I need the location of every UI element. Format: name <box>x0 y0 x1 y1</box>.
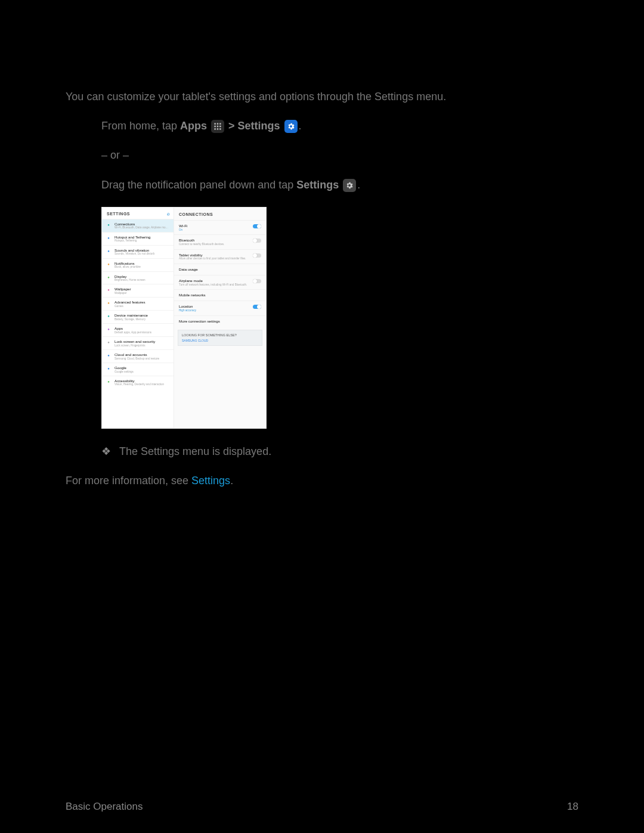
item-title: Tablet visibility <box>179 253 250 258</box>
item-subtitle: Samsung Cloud, Backup and restore <box>114 357 159 361</box>
item-subtitle: Lock screen, Fingerprints <box>114 344 155 348</box>
page-number: 18 <box>567 801 578 813</box>
search-icon: ⌕ <box>167 211 171 216</box>
item-title: Wi-Fi <box>179 224 250 228</box>
item-title: Device maintenance <box>114 313 148 317</box>
connections-item: Data usage <box>174 264 266 275</box>
item-title: Display <box>114 274 145 278</box>
more-post: . <box>230 475 233 487</box>
looking-for-label: LOOKING FOR SOMETHING ELSE? <box>182 333 258 337</box>
more-pre: For more information, see <box>66 475 191 487</box>
settings-left-item: ●WallpaperWallpaper <box>102 284 174 297</box>
step1-post: . <box>299 120 302 132</box>
item-title: Location <box>179 304 250 309</box>
item-subtitle: Battery, Storage, Memory <box>114 318 148 321</box>
connections-item: Tablet visibilityAllow other devices to … <box>174 249 266 264</box>
item-subtitle: Block, allow, prioritize <box>114 265 141 269</box>
item-title: Cloud and accounts <box>114 352 159 357</box>
bullet-icon: ❖ <box>101 444 111 459</box>
connections-item: BluetoothConnect to nearby Bluetooth dev… <box>174 234 266 249</box>
item-sub: Turn off network features, including Wi-… <box>179 283 250 287</box>
samsung-cloud-link: SAMSUNG CLOUD <box>182 339 258 342</box>
item-title: Lock screen and security <box>114 339 155 343</box>
item-icon: ● <box>106 339 112 345</box>
connections-list: Wi-FiOnBluetoothConnect to nearby Blueto… <box>174 220 266 327</box>
settings-left-item: ●Cloud and accountsSamsung Cloud, Backup… <box>102 349 174 363</box>
item-subtitle: Brightness, Home screen <box>114 278 145 282</box>
item-subtitle: Sounds, Vibration, Do not disturb <box>114 252 154 256</box>
svg-point-7 <box>217 128 219 130</box>
item-icon: ● <box>106 261 112 267</box>
item-icon: ● <box>106 300 112 306</box>
item-title: Advanced features <box>114 300 145 304</box>
connections-item: LocationHigh accuracy <box>174 301 266 315</box>
step2-pre: Drag the notification panel down and tap <box>101 179 296 191</box>
connections-item: Airplane modeTurn off network features, … <box>174 275 266 289</box>
settings-left-item: ●ConnectionsWi-Fi, Bluetooth, Data usage… <box>102 219 174 232</box>
svg-point-5 <box>219 126 221 128</box>
settings-left-item: ●Device maintenanceBattery, Storage, Mem… <box>102 310 174 323</box>
item-icon: ● <box>106 352 112 358</box>
item-icon: ● <box>106 326 112 332</box>
settings-label-1: Settings <box>238 120 280 132</box>
gear-icon <box>284 120 298 133</box>
settings-left-item: ●Advanced featuresGames <box>102 297 174 310</box>
settings-link[interactable]: Settings <box>191 475 230 487</box>
settings-left-item: ●Hotspot and TetheringHotspot, Tethering <box>102 232 174 245</box>
settings-left-item: ●AppsDefault apps, App permissions <box>102 323 174 336</box>
item-sub: Connect to nearby Bluetooth devices. <box>179 243 250 246</box>
page: You can customize your tablet's settings… <box>0 0 644 833</box>
connections-header: CONNECTIONS <box>174 208 266 220</box>
settings-right-panel: CONNECTIONS Wi-FiOnBluetoothConnect to n… <box>174 208 266 428</box>
connections-item: Wi-FiOn <box>174 220 266 234</box>
looking-for-box: LOOKING FOR SOMETHING ELSE? SAMSUNG CLOU… <box>178 330 262 346</box>
step2-post: . <box>357 179 360 191</box>
settings-left-item: ●GoogleGoogle settings <box>102 363 174 376</box>
item-sub: On <box>179 228 250 232</box>
item-icon: ● <box>106 274 112 280</box>
item-title: Connections <box>114 222 168 226</box>
toggle-on <box>253 224 261 228</box>
page-footer: Basic Operations 18 <box>66 801 578 813</box>
settings-left-item: ●Sounds and vibrationSounds, Vibration, … <box>102 245 174 258</box>
connections-item: More connection settings <box>174 315 266 327</box>
toggle-off <box>253 239 261 243</box>
step1-pre: From home, tap <box>101 120 180 132</box>
settings-left-item: ●Lock screen and securityLock screen, Fi… <box>102 336 174 349</box>
svg-point-0 <box>214 123 216 125</box>
settings-left-item: ●NotificationsBlock, allow, prioritize <box>102 258 174 271</box>
intro-text: You can customize your tablet's settings… <box>66 89 578 104</box>
step-2: Drag the notification panel down and tap… <box>101 178 578 193</box>
item-title: Data usage <box>179 267 261 272</box>
item-title: Mobile networks <box>179 293 261 298</box>
item-title: Apps <box>114 326 151 330</box>
item-subtitle: Games <box>114 305 145 308</box>
content-area: You can customize your tablet's settings… <box>66 89 578 503</box>
item-title: Wallpaper <box>114 287 131 291</box>
svg-point-8 <box>219 128 221 130</box>
svg-point-1 <box>217 123 219 125</box>
settings-left-header: SETTINGS ⌕ <box>102 208 174 219</box>
settings-label-2: Settings <box>296 179 339 191</box>
footer-section: Basic Operations <box>66 801 143 813</box>
step-1: From home, tap Apps > Settings . <box>101 119 578 134</box>
apps-label: Apps <box>180 120 207 132</box>
item-icon: ● <box>106 222 112 228</box>
item-title: Hotspot and Tethering <box>114 235 150 239</box>
item-icon: ● <box>106 248 112 254</box>
item-title: Accessibility <box>114 379 164 383</box>
result-text: The Settings menu is displayed. <box>119 444 271 459</box>
item-sub: Allow other devices to find your tablet … <box>179 257 250 261</box>
connections-item: Mobile networks <box>174 289 266 301</box>
item-title: Notifications <box>114 261 141 265</box>
item-icon: ● <box>106 313 112 319</box>
svg-point-3 <box>214 126 216 128</box>
item-subtitle: Hotspot, Tethering <box>114 239 150 243</box>
item-title: Bluetooth <box>179 238 250 243</box>
item-sub: High accuracy <box>179 309 250 312</box>
settings-left-item: ●DisplayBrightness, Home screen <box>102 271 174 284</box>
item-icon: ● <box>106 379 112 385</box>
settings-left-item: ●AccessibilityVision, Hearing, Dexterity… <box>102 376 174 389</box>
more-info: For more information, see Settings. <box>66 473 578 488</box>
item-title: More connection settings <box>179 319 261 324</box>
